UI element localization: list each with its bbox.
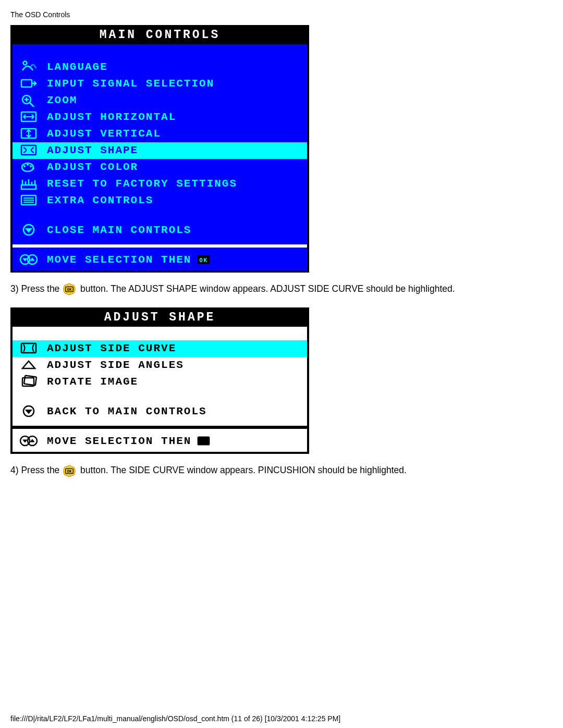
menu-label: ROTATE IMAGE <box>40 376 138 387</box>
down-circle-icon <box>18 223 40 237</box>
menu-label: CLOSE MAIN CONTROLS <box>40 225 191 236</box>
rotate-icon <box>18 375 40 388</box>
menu-item-close[interactable]: CLOSE MAIN CONTROLS <box>13 219 307 241</box>
menu-item-adjust-color[interactable]: ADJUST COLOR <box>13 159 307 176</box>
adjust-shape-icon <box>18 143 40 157</box>
ok-box-icon <box>197 435 211 447</box>
osd-footer: MOVE SELECTION THEN <box>13 244 307 270</box>
menu-label: ADJUST COLOR <box>40 162 138 172</box>
updown-circle-icon <box>18 253 40 266</box>
menu-item-adjust-shape[interactable]: ADJUST SHAPE <box>13 142 307 159</box>
menu-item-adjust-vertical[interactable]: ADJUST VERTICAL <box>13 126 307 142</box>
instruction-step-3: 3) Press the button. The ADJUST SHAPE wi… <box>10 282 553 296</box>
adjust-horizontal-icon <box>18 110 40 124</box>
updown-circle-icon <box>18 434 40 448</box>
osd-main-controls: MAIN CONTROLS LANGUAGE INPUT SIGNAL SELE… <box>10 25 309 273</box>
side-curve-icon <box>18 341 40 355</box>
menu-item-input-signal[interactable]: INPUT SIGNAL SELECTION <box>13 76 307 92</box>
menu-item-side-angles[interactable]: ADJUST SIDE ANGLES <box>13 357 307 374</box>
osd-shape-title: ADJUST SHAPE <box>13 310 307 327</box>
ok-box-icon <box>197 254 211 265</box>
menu-label: RESET TO FACTORY SETTINGS <box>40 178 237 189</box>
page-header: The OSD Controls <box>10 10 553 19</box>
instruction-text: button. The SIDE CURVE window appears. P… <box>80 465 407 475</box>
ok-badge-icon <box>63 465 77 477</box>
menu-label: ADJUST SIDE CURVE <box>40 343 176 354</box>
instruction-step-4: 4) Press the button. The SIDE CURVE wind… <box>10 463 553 477</box>
menu-label: ADJUST SIDE ANGLES <box>40 360 184 371</box>
menu-item-reset-factory[interactable]: RESET TO FACTORY SETTINGS <box>13 176 307 192</box>
adjust-color-icon <box>18 160 40 174</box>
menu-label: ADJUST VERTICAL <box>40 128 161 139</box>
menu-item-zoom[interactable]: ZOOM <box>13 92 307 109</box>
adjust-vertical-icon <box>18 127 40 140</box>
down-circle-icon <box>18 404 40 418</box>
ok-badge-icon <box>63 283 77 295</box>
menu-label: INPUT SIGNAL SELECTION <box>40 78 214 89</box>
menu-item-side-curve[interactable]: ADJUST SIDE CURVE <box>13 340 307 357</box>
zoom-icon <box>18 93 40 107</box>
menu-label: ZOOM <box>40 95 77 106</box>
instruction-text: 4) Press the <box>10 465 62 475</box>
menu-item-language[interactable]: LANGUAGE <box>13 59 307 76</box>
menu-item-extra-controls[interactable]: EXTRA CONTROLS <box>13 192 307 209</box>
menu-item-rotate-image[interactable]: ROTATE IMAGE <box>13 374 307 390</box>
input-icon <box>18 77 40 90</box>
footer-text: MOVE SELECTION THEN <box>40 436 191 447</box>
side-angles-icon <box>18 358 40 372</box>
footer-text: MOVE SELECTION THEN <box>40 254 191 265</box>
menu-label: ADJUST HORIZONTAL <box>40 112 176 122</box>
menu-label: EXTRA CONTROLS <box>40 195 153 206</box>
reset-icon <box>18 177 40 190</box>
osd-main-title: MAIN CONTROLS <box>13 27 307 44</box>
menu-label: ADJUST SHAPE <box>40 145 138 156</box>
extra-controls-icon <box>18 193 40 207</box>
instruction-text: 3) Press the <box>10 283 62 294</box>
osd-adjust-shape: ADJUST SHAPE ADJUST SIDE CURVE ADJUST SI… <box>10 307 309 454</box>
osd-footer: MOVE SELECTION THEN <box>13 426 307 452</box>
instruction-text: button. The ADJUST SHAPE window appears.… <box>80 283 455 294</box>
language-icon <box>18 60 40 73</box>
menu-item-adjust-horizontal[interactable]: ADJUST HORIZONTAL <box>13 109 307 126</box>
menu-label: LANGUAGE <box>40 61 108 72</box>
menu-label: BACK TO MAIN CONTROLS <box>40 406 207 417</box>
menu-item-back[interactable]: BACK TO MAIN CONTROLS <box>13 401 307 423</box>
